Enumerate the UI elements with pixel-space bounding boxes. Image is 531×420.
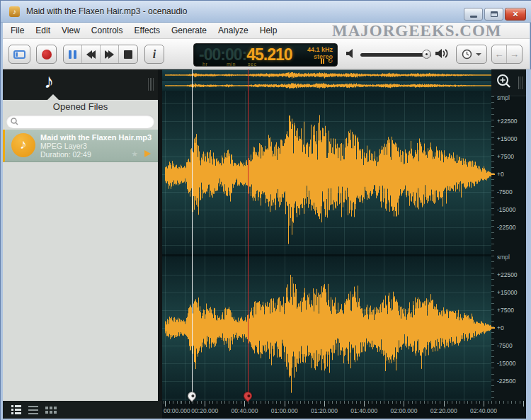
toggle-side-panel-button[interactable] [8,45,30,64]
clock-icon [462,49,472,59]
star-icon[interactable]: ★ [131,149,138,159]
amplitude-scale: smpl+22500+15000+7500+0-7500-15000-22500… [491,69,526,401]
window-controls: × [462,8,526,21]
zoom-in-icon [496,73,513,90]
app-icon: ♪ [9,6,20,17]
zoom-tool[interactable] [491,69,526,96]
time-digits: -00:00:45.210 [199,45,292,64]
fast-forward-icon [105,50,114,59]
volume-knob[interactable] [422,50,431,59]
pause-button[interactable] [64,45,82,63]
info-button[interactable]: i [144,45,164,64]
menu-generate[interactable]: Generate [166,23,212,38]
side-panel-icon [13,50,25,59]
scale-label: +15000 [497,289,518,296]
menu-help[interactable]: Help [254,23,283,38]
sec-label: sec [248,62,256,67]
playback-state: ↻ [321,58,333,64]
opened-file-item[interactable]: ♪ Maid with the Flaxen Hair.mp3 MPEG Lay… [3,130,158,162]
forward-arrow-icon: → [510,49,519,59]
grip-icon[interactable] [148,78,154,91]
file-format: MPEG Layer3 [40,142,87,150]
application-window: ♪ Maid with the Flaxen Hair.mp3 - ocenau… [0,0,531,420]
maximize-icon [491,11,498,17]
ruler-label: 02:00.000 [391,407,418,414]
pause-icon [321,59,325,64]
scale-label: +22500 [497,271,518,278]
minimize-icon [470,16,477,18]
menu-bar: FileEditViewControlsEffectsGenerateAnaly… [3,23,530,39]
file-name: Maid with the Flaxen Hair.mp3 [40,133,152,142]
ruler-label: 00:40.000 [232,407,258,414]
scale-label: +7500 [497,307,514,314]
music-note-icon: ♪ [20,137,27,152]
grip-icon[interactable] [518,76,523,89]
scale-label: -15000 [497,360,515,367]
volume-slider[interactable] [360,53,431,57]
window-title: Maid with the Flaxen Hair.mp3 - ocenaudi… [26,6,187,16]
side-panel-header: ♪ [3,69,158,100]
time-display: -00:00:45.210 hr min sec 44.1 kHz stereo… [193,43,338,67]
search-input[interactable] [21,118,149,126]
rewind-button[interactable] [82,45,101,63]
menu-effects[interactable]: Effects [129,23,166,38]
detailed-list-icon[interactable] [11,405,21,414]
info-icon: i [153,48,156,61]
view-mode-bar [3,401,162,419]
search-box[interactable] [6,115,154,128]
panel-title: Opened Files [3,100,158,114]
back-button[interactable]: ← [492,45,507,63]
menu-edit[interactable]: Edit [30,23,56,38]
play-icon[interactable] [144,150,151,157]
scale-unit: smpl [497,94,510,101]
fast-forward-button[interactable] [101,45,119,63]
sample-rate: 44.1 kHz [307,46,333,53]
close-button[interactable]: × [505,8,526,21]
music-note-icon[interactable]: ♪ [44,70,54,93]
menu-view[interactable]: View [56,23,86,38]
waveform-canvas[interactable] [162,69,491,401]
menu-file[interactable]: File [5,23,30,38]
zero-tick [491,327,495,329]
ruler-label: 01:00.000 [271,407,298,414]
stop-icon [124,50,132,59]
record-button[interactable] [36,45,57,64]
window-edge [526,69,531,419]
menu-analyze[interactable]: Analyze [212,23,254,38]
back-arrow-icon: ← [495,49,504,59]
ruler-label: 01:40.000 [350,407,377,414]
menu-controls[interactable]: Controls [86,23,129,38]
scale-label: +0 [497,324,504,331]
time-ruler[interactable]: 00:00.00000:20.00000:40.00001:00.00001:2… [162,401,526,419]
history-group: ← → [491,45,523,64]
pause-icon [69,50,76,59]
grid-icon[interactable] [45,407,57,414]
scale-label: -22500 [497,224,515,231]
maximize-button[interactable] [484,8,503,21]
scale-ticks [491,96,494,401]
ruler-label: 00:00.000 [164,407,190,414]
speaker-high-icon [435,48,449,62]
tab-pointer [47,94,59,100]
scale-unit: smpl [497,254,510,261]
close-icon: × [513,8,518,20]
zero-tick [491,174,495,175]
hr-label: hr [202,62,207,67]
scale-label: +0 [497,171,504,178]
min-label: min [227,62,236,67]
scale-label: -15000 [497,206,515,213]
ruler-label: 00:20.000 [191,407,218,414]
playback-timer-button[interactable] [456,45,487,64]
ruler-label: 02:20.000 [430,407,457,414]
forward-button[interactable]: → [507,45,522,63]
stop-button[interactable] [119,45,137,63]
minimize-button[interactable] [464,8,483,21]
speaker-low-icon [346,48,356,62]
ruler-label: 01:20.000 [311,407,338,414]
list-icon[interactable] [28,406,38,414]
record-icon [42,50,52,59]
loop-icon: ↻ [327,58,333,64]
scale-label: -7500 [497,342,513,349]
title-bar[interactable]: ♪ Maid with the Flaxen Hair.mp3 - ocenau… [1,1,531,23]
file-type-icon: ♪ [11,133,35,157]
